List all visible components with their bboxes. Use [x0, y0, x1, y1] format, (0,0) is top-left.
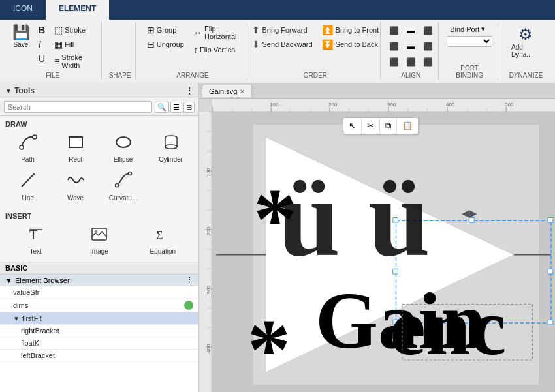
ribbon-group-dynamize: ⚙ Add Dyna... DYNAMIZE [501, 22, 551, 80]
insert-tools-grid: T Text Image Σ [5, 222, 193, 258]
tool-path[interactable]: Path [5, 130, 50, 166]
svg-text:100: 100 [206, 168, 212, 177]
line-icon [19, 171, 37, 193]
tool-ellipse[interactable]: Ellipse [101, 130, 146, 166]
ungroup-button[interactable]: ⊟ Ungroup [144, 38, 187, 51]
tree-item-floatK[interactable]: floatK [0, 337, 198, 350]
align-extra-button[interactable]: ⬛ [420, 55, 436, 69]
save-icon: 💾 [12, 25, 30, 40]
float-paste-btn[interactable]: 📋 [397, 118, 418, 134]
tree-item-firstFit[interactable]: ▼ firstFit [0, 312, 198, 325]
svg-point-1 [33, 135, 37, 139]
ruler-horizontal: 100 200 300 400 [212, 99, 555, 112]
insert-section: INSERT T Text Image [0, 208, 198, 262]
ribbon-group-arrange: ⊞ Group ⊟ Ungroup ↔ Flip Horizontal ↕ Fl… [138, 22, 248, 80]
send-backward-icon: ⬇ [252, 39, 260, 50]
image-icon [90, 225, 108, 247]
element-browser-label: Element Browser [15, 277, 70, 284]
align-top-button[interactable]: ⬛ [386, 39, 402, 53]
tool-curvature[interactable]: Curvatu... [101, 168, 146, 204]
tree-item-valueStr[interactable]: valueStr [0, 286, 198, 299]
svg-point-10 [115, 184, 118, 187]
distribute-v-button[interactable]: ⬛ [403, 55, 419, 69]
bring-front-icon: ⏫ [322, 25, 333, 35]
element-browser-expand-icon[interactable]: ▼ [5, 277, 12, 284]
bold-button[interactable]: B [35, 23, 48, 37]
svg-text:300: 300 [206, 285, 212, 294]
float-cut-btn[interactable]: ✂ [362, 118, 380, 134]
stroke-button[interactable]: ⬚ Stroke [51, 23, 96, 37]
text-label: Text [29, 248, 41, 255]
svg-text:500: 500 [505, 102, 514, 108]
bind-port-button[interactable]: Bind Port ▾ [447, 23, 492, 35]
bring-forward-button[interactable]: ⬆ Bring Forward [249, 23, 316, 37]
svg-rect-73 [548, 269, 553, 274]
ribbon-group-shape: SHAPE [104, 22, 135, 80]
svg-text:100: 100 [270, 102, 279, 108]
underline-button[interactable]: U [35, 52, 48, 65]
align-bottom-button[interactable]: ⬛ [420, 39, 436, 53]
tree-item-leftBracket[interactable]: leftBracket [0, 350, 198, 362]
tree-item-dims[interactable]: dims [0, 299, 198, 312]
grid-view-btn[interactable]: ⊞ [183, 102, 195, 113]
tool-wave[interactable]: Wave [53, 168, 98, 204]
save-button[interactable]: 💾 Save [9, 23, 33, 50]
tool-cylinder[interactable]: Cylinder [148, 130, 193, 166]
align-center-button[interactable]: ▬ [403, 23, 419, 38]
svg-point-3 [116, 137, 131, 147]
ribbon-tab-bar: ICON ELEMENT [0, 0, 555, 20]
bring-front-button[interactable]: ⏫ Bring to Front [319, 23, 383, 37]
distribute-h-button[interactable]: ⬛ [386, 55, 402, 69]
send-back-button[interactable]: ⏬ Send to Back [319, 38, 383, 51]
rect-label: Rect [69, 156, 82, 163]
tool-equation[interactable]: Σ Equation [133, 222, 193, 258]
stroke-width-button[interactable]: ≡ Stroke Width [51, 52, 96, 70]
text-icon: T [27, 225, 45, 247]
element-browser: ▼ Element Browser ⋮ valueStr dims [0, 275, 198, 392]
svg-text:*: * [253, 171, 297, 267]
flip-horizontal-button[interactable]: ↔ Flip Horizontal [190, 23, 242, 42]
flip-vertical-button[interactable]: ↕ Flip Vertical [190, 43, 242, 56]
float-copy-btn[interactable]: ⧉ [380, 118, 397, 134]
rect-icon [67, 133, 85, 155]
svg-text:enc: enc [390, 282, 506, 372]
basic-section: BASIC ▼ Element Browser ⋮ valueStr [0, 262, 198, 392]
canvas-content[interactable]: ↖ ✂ ⧉ 📋 [212, 112, 555, 392]
panel-menu-icon[interactable]: ⋮ [185, 86, 193, 95]
draw-tools-grid: Path Rect Ellipse [5, 130, 193, 204]
tool-rect[interactable]: Rect [53, 130, 98, 166]
tool-line[interactable]: Line [5, 168, 50, 204]
canvas-tab-close-icon[interactable]: ✕ [240, 88, 245, 95]
collapse-icon[interactable]: ▼ [5, 87, 12, 95]
curvature-label: Curvatu... [109, 194, 137, 202]
main-layout: ▼ Tools ⋮ 🔍 ☰ ⊞ DRAW [0, 83, 555, 392]
tab-icon[interactable]: ICON [0, 0, 46, 20]
svg-rect-2 [69, 137, 82, 147]
add-dynamize-button[interactable]: ⚙ Add Dyna... [506, 23, 546, 60]
svg-point-11 [128, 172, 131, 175]
align-middle-button[interactable]: ▬ [403, 39, 419, 53]
italic-button[interactable]: I [35, 38, 48, 51]
tab-element[interactable]: ELEMENT [46, 0, 109, 20]
send-backward-button[interactable]: ⬇ Send Backward [249, 38, 316, 51]
svg-point-8 [165, 145, 177, 149]
tree-item-label: valueStr [13, 288, 39, 296]
list-view-btn[interactable]: ☰ [170, 102, 182, 113]
tool-text[interactable]: T Text [5, 222, 66, 258]
group-button[interactable]: ⊞ Group [144, 23, 187, 37]
wave-label: Wave [67, 194, 84, 202]
align-left-button[interactable]: ⬛ [386, 23, 402, 38]
float-select-btn[interactable]: ↖ [343, 118, 362, 134]
tool-image[interactable]: Image [69, 222, 129, 258]
canvas-tab-gain[interactable]: Gain.svg ✕ [202, 85, 252, 97]
panel-title: Tools [14, 86, 35, 95]
tree-item-label: leftBracket [21, 352, 55, 359]
draw-label: DRAW [5, 120, 193, 128]
port-select[interactable] [447, 36, 492, 47]
search-icon-btn[interactable]: 🔍 [155, 102, 169, 113]
tree-item-rightBracket[interactable]: rightBracket [0, 325, 198, 337]
search-input[interactable] [4, 101, 152, 113]
fill-button[interactable]: ▦ Fill [51, 38, 96, 51]
align-right-button[interactable]: ⬛ [420, 23, 436, 38]
element-browser-menu-icon[interactable]: ⋮ [186, 276, 193, 284]
